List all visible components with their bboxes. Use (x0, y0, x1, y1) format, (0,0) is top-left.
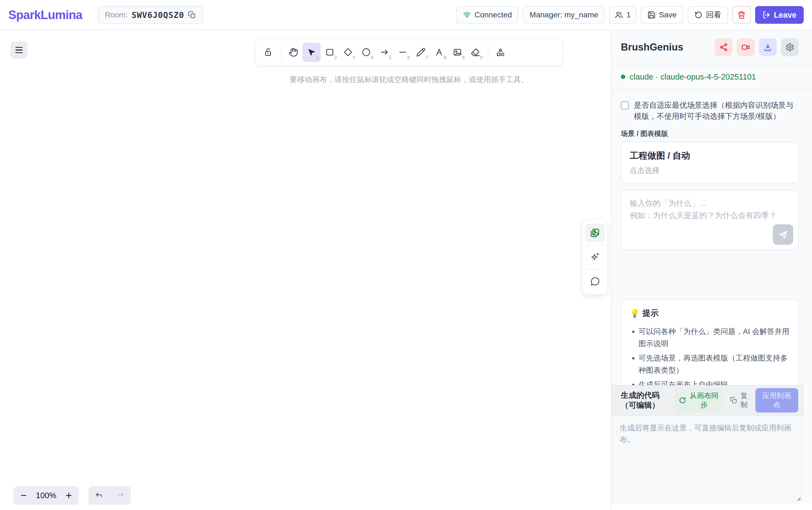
copy-icon (188, 11, 196, 19)
tool-shortcut: 3 (353, 55, 355, 60)
sync-from-canvas-button[interactable]: 从画布同步 (675, 389, 723, 412)
save-button[interactable]: Save (641, 6, 683, 24)
history-controls (88, 486, 131, 505)
tool-diamond-button[interactable]: 3 (339, 42, 357, 62)
save-icon (647, 11, 656, 19)
copy-icon (730, 397, 737, 404)
tool-image-button[interactable]: 9 (448, 42, 466, 62)
tool-shortcut: 4 (371, 55, 373, 60)
undo-button[interactable] (88, 486, 110, 505)
whiteboard-canvas[interactable] (0, 30, 611, 510)
scene-template-selector[interactable]: 工程做图 / 自动 点击选择 (621, 142, 799, 183)
tool-shortcut: 0 (480, 55, 483, 60)
download-button[interactable] (759, 38, 777, 56)
online-users-badge: 1 (609, 6, 636, 24)
redo-button[interactable] (110, 486, 131, 505)
tips-title: 提示 (642, 308, 659, 319)
zoom-out-button[interactable]: − (13, 486, 33, 505)
copy-room-code-button[interactable] (188, 11, 196, 19)
scene-section-label: 场景 / 图表模版 (621, 129, 799, 138)
tool-eraser-button[interactable]: 0 (466, 42, 485, 62)
clear-canvas-button[interactable] (732, 6, 751, 24)
images-icon (590, 228, 600, 238)
chat-tab-button[interactable] (585, 273, 605, 291)
image-icon (453, 48, 462, 57)
diamond-icon (343, 48, 353, 57)
share-button[interactable] (715, 38, 732, 56)
tool-ellipse-button[interactable]: 4 (357, 42, 375, 62)
online-count: 1 (627, 10, 631, 19)
tool-shortcut: 8 (444, 55, 446, 60)
text-icon (434, 48, 444, 57)
tip-item: 生成后可在画布上自由编辑 (639, 378, 790, 385)
copy-code-button[interactable]: 复制 (730, 391, 749, 409)
model-status-row: claude · claude-opus-4-5-20251101 (611, 64, 812, 90)
model-online-dot (621, 75, 625, 79)
tool-shortcut: 6 (407, 55, 410, 60)
app-logo: SparkLumina (8, 8, 82, 22)
tool-selection-button[interactable]: 1 (302, 42, 321, 62)
shapes-icon (496, 48, 505, 57)
send-button[interactable] (773, 224, 793, 245)
replay-button[interactable]: 回看 (688, 6, 728, 24)
header-actions: Connected Manager: my_name 1 Save 回看 (456, 6, 804, 24)
generated-code-input[interactable] (611, 416, 804, 504)
divider (587, 269, 603, 270)
settings-button[interactable] (781, 38, 799, 56)
zoom-level[interactable]: 100% (33, 491, 59, 500)
line-icon (398, 48, 407, 57)
zoom-controls: − 100% + (13, 486, 79, 505)
drawing-toolbar: 1234567890 (256, 39, 562, 65)
tool-rectangle-button[interactable]: 2 (321, 42, 339, 62)
lightbulb-icon: 💡 (630, 309, 640, 318)
connection-status-text: Connected (474, 10, 512, 19)
draw-icon (416, 48, 426, 57)
tip-item: 可先选场景，再选图表模版（工程做图支持多种图表类型） (639, 352, 790, 376)
canvas-hint: 要移动画布，请按住鼠标滚轮或空格键同时拖拽鼠标，或使用抓手工具。 (256, 75, 562, 85)
panel-title: BrushGenius (621, 41, 683, 53)
record-button[interactable] (737, 38, 755, 56)
auto-scene-label: 是否自适应最优场景选择（根据内容识别场景与模版，不使用时可手动选择下方场景/模版… (634, 100, 799, 122)
connection-status-badge: Connected (456, 6, 518, 24)
scene-template-hint: 点击选择 (630, 166, 790, 175)
history-icon (694, 11, 703, 19)
generated-code-label: 生成的代码（可编辑） (621, 390, 674, 410)
generated-code-header: 生成的代码（可编辑） 从画布同步 复制 应用到画布 (611, 385, 804, 416)
rectangle-icon (325, 48, 335, 57)
zoom-in-button[interactable]: + (59, 486, 79, 505)
side-mini-toolbar (582, 220, 608, 294)
tool-shortcut: 2 (335, 55, 337, 60)
auto-scene-row: 是否自适应最优场景选择（根据内容识别场景与模版，不使用时可手动选择下方场景/模版… (621, 100, 799, 122)
ai-generate-tab-button[interactable] (585, 248, 605, 266)
apply-to-canvas-button[interactable]: 应用到画布 (755, 388, 798, 413)
tool-shapes-button[interactable] (491, 42, 510, 62)
gallery-tab-button[interactable] (585, 224, 605, 242)
sync-icon (678, 396, 686, 404)
tool-shortcut: 1 (316, 55, 319, 60)
auto-scene-checkbox[interactable] (621, 102, 629, 109)
main-area: 1234567890 要移动画布，请按住鼠标滚轮或空格键同时拖拽鼠标，或使用抓手… (0, 30, 812, 510)
panel-content: 是否自适应最优场景选择（根据内容识别场景与模版，不使用时可手动选择下方场景/模版… (611, 90, 812, 385)
tool-draw-button[interactable]: 7 (412, 42, 430, 62)
prompt-input[interactable] (621, 191, 798, 250)
download-icon (763, 43, 772, 52)
tool-arrow-button[interactable]: 5 (375, 42, 394, 62)
tool-shortcut: 5 (389, 55, 392, 60)
paper-plane-icon (778, 229, 788, 240)
hamburger-icon (16, 47, 23, 48)
resize-handle-icon[interactable] (795, 495, 802, 502)
scene-template-value: 工程做图 / 自动 (630, 150, 790, 162)
chat-bubble-icon (590, 276, 600, 287)
leave-button[interactable]: Leave (755, 6, 804, 24)
room-label: Room: (105, 10, 127, 19)
room-chip: Room: SWV6J0QSZ0 (98, 6, 203, 24)
trash-icon (737, 11, 746, 19)
panel-footer-space (611, 504, 812, 510)
menu-button[interactable] (10, 41, 28, 59)
tool-lock-open-button[interactable] (259, 42, 278, 62)
tool-line-button[interactable]: 6 (394, 42, 412, 62)
tool-hand-button[interactable] (284, 42, 302, 62)
ellipse-icon (361, 48, 371, 57)
tool-text-button[interactable]: 8 (430, 42, 448, 62)
users-icon (615, 11, 623, 19)
